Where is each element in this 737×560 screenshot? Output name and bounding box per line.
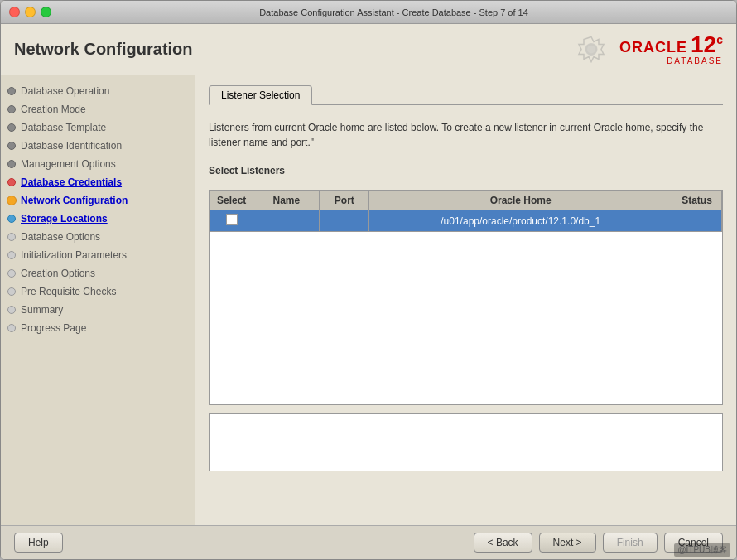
step-dot-progress-page (7, 324, 16, 332)
col-header-port: Port (320, 191, 369, 210)
table-cell-status (672, 210, 722, 232)
svg-point-2 (589, 47, 594, 52)
header: Network Configuration ORACLE 12c DA (1, 24, 736, 75)
help-button[interactable]: Help (14, 533, 63, 553)
finish-button[interactable]: Finish (603, 533, 658, 553)
step-dot-summary (7, 306, 16, 314)
sidebar-item-summary[interactable]: Summary (1, 301, 195, 319)
tab-bar: Listener Selection (209, 85, 723, 105)
oracle-logo: ORACLE 12c DATABASE (566, 31, 723, 68)
col-header-status: Status (672, 191, 722, 210)
oracle-database-label: DATABASE (667, 56, 723, 65)
step-dot-database-operation (7, 87, 16, 95)
step-dot-creation-mode (7, 105, 16, 113)
content-panel: Listener Selection Listeners from curren… (195, 75, 736, 525)
step-dot-creation-options (7, 269, 16, 278)
sidebar-item-database-options[interactable]: Database Options (1, 228, 195, 246)
step-dot-management-options (7, 160, 16, 168)
oracle-brand: ORACLE 12c DATABASE (619, 33, 723, 65)
bottom-text-area (209, 413, 723, 471)
watermark: @ITPUB博客 (674, 543, 730, 557)
oracle-gear-icon (566, 31, 616, 68)
sidebar-item-database-identification[interactable]: Database Identification (1, 137, 195, 155)
back-button[interactable]: < Back (474, 533, 532, 553)
sidebar-item-initialization-parameters[interactable]: Initialization Parameters (1, 246, 195, 264)
sidebar-item-creation-mode[interactable]: Creation Mode (1, 100, 195, 118)
traffic-lights (9, 7, 51, 17)
table-cell-name (253, 210, 320, 232)
col-header-name: Name (253, 191, 320, 210)
col-header-oracle-home: Oracle Home (369, 191, 672, 210)
step-dot-database-identification (7, 142, 16, 150)
page-title: Network Configuration (14, 40, 193, 59)
listeners-table: Select Name Port Oracle Home Status (210, 191, 722, 232)
listeners-table-container: Select Name Port Oracle Home Status (209, 190, 723, 405)
sidebar-item-network-configuration[interactable]: Network Configuration (1, 191, 195, 210)
main-window: Database Configuration Assistant - Creat… (0, 0, 737, 560)
table-cell-select[interactable] (210, 210, 253, 232)
select-listeners-label: Select Listeners (209, 165, 723, 176)
window-title: Database Configuration Assistant - Creat… (60, 7, 728, 17)
title-bar: Database Configuration Assistant - Creat… (1, 1, 736, 24)
oracle-name: ORACLE (619, 39, 687, 56)
footer: Help < Back Next > Finish Cancel (1, 525, 736, 559)
table-cell-oracle-home: /u01/app/oracle/product/12.1.0/db_1 (369, 210, 672, 232)
maximize-button[interactable] (41, 7, 51, 17)
step-dot-initialization-parameters (7, 251, 16, 259)
close-button[interactable] (9, 7, 20, 17)
sidebar-item-storage-locations[interactable]: Storage Locations (1, 210, 195, 228)
footer-left: Help (14, 533, 63, 553)
table-header-row: Select Name Port Oracle Home Status (210, 191, 722, 210)
tab-listener-selection[interactable]: Listener Selection (209, 85, 312, 105)
main-content: Database Operation Creation Mode Databas… (1, 75, 736, 525)
sidebar: Database Operation Creation Mode Databas… (1, 75, 195, 525)
sidebar-item-progress-page[interactable]: Progress Page (1, 319, 195, 337)
listener-checkbox[interactable] (226, 214, 238, 225)
next-button[interactable]: Next > (539, 533, 596, 553)
sidebar-item-database-operation[interactable]: Database Operation (1, 82, 195, 100)
step-dot-pre-requisite-checks (7, 287, 16, 296)
oracle-version: 12c (691, 33, 723, 56)
col-header-select: Select (210, 191, 253, 210)
step-dot-database-template (7, 123, 16, 132)
step-dot-network-configuration (7, 196, 17, 205)
step-dot-database-credentials (7, 178, 16, 186)
step-dot-storage-locations (7, 215, 16, 223)
sidebar-item-database-template[interactable]: Database Template (1, 118, 195, 137)
sidebar-item-pre-requisite-checks[interactable]: Pre Requisite Checks (1, 282, 195, 301)
step-dot-database-options (7, 233, 16, 241)
sidebar-item-management-options[interactable]: Management Options (1, 155, 195, 173)
description-text: Listeners from current Oracle home are l… (209, 120, 723, 150)
table-row[interactable]: /u01/app/oracle/product/12.1.0/db_1 (210, 210, 722, 232)
table-cell-port (320, 210, 369, 232)
sidebar-item-creation-options[interactable]: Creation Options (1, 264, 195, 282)
sidebar-item-database-credentials[interactable]: Database Credentials (1, 173, 195, 191)
minimize-button[interactable] (25, 7, 36, 17)
